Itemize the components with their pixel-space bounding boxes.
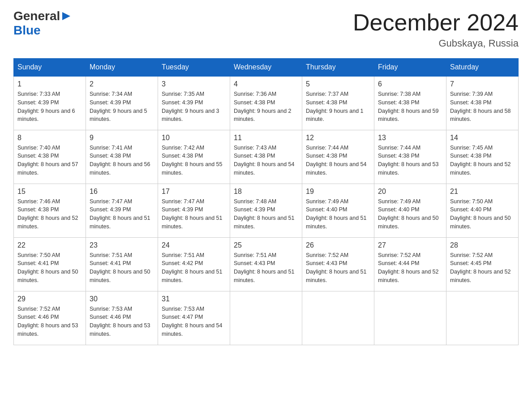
- day-number: 11: [234, 134, 298, 142]
- day-number: 10: [162, 134, 226, 142]
- day-number: 24: [162, 241, 226, 249]
- day-info: Sunrise: 7:48 AMSunset: 4:39 PMDaylight:…: [234, 197, 298, 231]
- day-info: Sunrise: 7:51 AMSunset: 4:43 PMDaylight:…: [234, 251, 298, 285]
- day-info: Sunrise: 7:37 AMSunset: 4:38 PMDaylight:…: [306, 90, 370, 124]
- day-number: 29: [17, 295, 82, 303]
- day-number: 31: [162, 295, 226, 303]
- day-info: Sunrise: 7:52 AMSunset: 4:45 PMDaylight:…: [450, 251, 515, 285]
- day-info: Sunrise: 7:36 AMSunset: 4:38 PMDaylight:…: [234, 90, 298, 124]
- calendar-cell: 30Sunrise: 7:53 AMSunset: 4:46 PMDayligh…: [86, 291, 158, 345]
- calendar-cell: 4Sunrise: 7:36 AMSunset: 4:38 PMDaylight…: [230, 76, 302, 130]
- day-number: 16: [90, 188, 154, 196]
- calendar-cell: 23Sunrise: 7:51 AMSunset: 4:41 PMDayligh…: [86, 237, 158, 291]
- calendar-cell: 22Sunrise: 7:50 AMSunset: 4:41 PMDayligh…: [14, 237, 86, 291]
- calendar-cell: [446, 291, 519, 345]
- col-header-friday: Friday: [374, 59, 446, 77]
- day-info: Sunrise: 7:35 AMSunset: 4:39 PMDaylight:…: [162, 90, 226, 124]
- page-header: General Blue December 2024 Gubskaya, Rus…: [13, 9, 519, 49]
- calendar-cell: 25Sunrise: 7:51 AMSunset: 4:43 PMDayligh…: [230, 237, 302, 291]
- col-header-saturday: Saturday: [446, 59, 519, 77]
- day-number: 15: [17, 188, 82, 196]
- calendar-header-row: SundayMondayTuesdayWednesdayThursdayFrid…: [14, 59, 519, 77]
- calendar-cell: 24Sunrise: 7:51 AMSunset: 4:42 PMDayligh…: [158, 237, 230, 291]
- calendar-week-row: 1Sunrise: 7:33 AMSunset: 4:39 PMDaylight…: [14, 76, 519, 130]
- calendar-week-row: 22Sunrise: 7:50 AMSunset: 4:41 PMDayligh…: [14, 237, 519, 291]
- day-number: 22: [17, 241, 82, 249]
- day-number: 8: [17, 134, 82, 142]
- day-number: 27: [378, 241, 442, 249]
- logo-general-text: General: [13, 9, 60, 23]
- day-info: Sunrise: 7:41 AMSunset: 4:38 PMDaylight:…: [90, 144, 154, 177]
- day-info: Sunrise: 7:52 AMSunset: 4:46 PMDaylight:…: [17, 305, 82, 338]
- day-info: Sunrise: 7:52 AMSunset: 4:43 PMDaylight:…: [306, 251, 370, 285]
- calendar-cell: 2Sunrise: 7:34 AMSunset: 4:39 PMDaylight…: [86, 76, 158, 130]
- calendar-table: SundayMondayTuesdayWednesdayThursdayFrid…: [13, 58, 519, 345]
- svg-marker-0: [62, 12, 70, 20]
- calendar-cell: 6Sunrise: 7:38 AMSunset: 4:38 PMDaylight…: [374, 76, 446, 130]
- day-number: 30: [90, 295, 154, 303]
- calendar-week-row: 29Sunrise: 7:52 AMSunset: 4:46 PMDayligh…: [14, 291, 519, 345]
- calendar-cell: 14Sunrise: 7:45 AMSunset: 4:38 PMDayligh…: [446, 130, 519, 184]
- day-number: 20: [378, 188, 442, 196]
- calendar-cell: 20Sunrise: 7:49 AMSunset: 4:40 PMDayligh…: [374, 184, 446, 237]
- calendar-cell: 21Sunrise: 7:50 AMSunset: 4:40 PMDayligh…: [446, 184, 519, 237]
- day-info: Sunrise: 7:40 AMSunset: 4:38 PMDaylight:…: [17, 144, 82, 177]
- calendar-week-row: 15Sunrise: 7:46 AMSunset: 4:38 PMDayligh…: [14, 184, 519, 237]
- col-header-sunday: Sunday: [14, 59, 86, 77]
- day-number: 7: [450, 80, 515, 88]
- day-info: Sunrise: 7:47 AMSunset: 4:39 PMDaylight:…: [90, 197, 154, 231]
- day-info: Sunrise: 7:50 AMSunset: 4:40 PMDaylight:…: [450, 197, 515, 231]
- calendar-cell: 11Sunrise: 7:43 AMSunset: 4:38 PMDayligh…: [230, 130, 302, 184]
- day-info: Sunrise: 7:46 AMSunset: 4:38 PMDaylight:…: [17, 197, 82, 231]
- logo: General Blue: [13, 9, 73, 38]
- day-info: Sunrise: 7:53 AMSunset: 4:47 PMDaylight:…: [162, 305, 226, 338]
- calendar-week-row: 8Sunrise: 7:40 AMSunset: 4:38 PMDaylight…: [14, 130, 519, 184]
- calendar-cell: 10Sunrise: 7:42 AMSunset: 4:38 PMDayligh…: [158, 130, 230, 184]
- day-info: Sunrise: 7:44 AMSunset: 4:38 PMDaylight:…: [306, 144, 370, 177]
- calendar-cell: 9Sunrise: 7:41 AMSunset: 4:38 PMDaylight…: [86, 130, 158, 184]
- day-number: 1: [17, 80, 82, 88]
- calendar-cell: 3Sunrise: 7:35 AMSunset: 4:39 PMDaylight…: [158, 76, 230, 130]
- day-number: 21: [450, 188, 515, 196]
- day-number: 2: [90, 80, 154, 88]
- day-info: Sunrise: 7:45 AMSunset: 4:38 PMDaylight:…: [450, 144, 515, 177]
- day-info: Sunrise: 7:33 AMSunset: 4:39 PMDaylight:…: [17, 90, 82, 124]
- day-number: 5: [306, 80, 370, 88]
- day-info: Sunrise: 7:39 AMSunset: 4:38 PMDaylight:…: [450, 90, 515, 124]
- day-info: Sunrise: 7:43 AMSunset: 4:38 PMDaylight:…: [234, 144, 298, 177]
- calendar-cell: 8Sunrise: 7:40 AMSunset: 4:38 PMDaylight…: [14, 130, 86, 184]
- day-number: 23: [90, 241, 154, 249]
- calendar-cell: 7Sunrise: 7:39 AMSunset: 4:38 PMDaylight…: [446, 76, 519, 130]
- day-number: 14: [450, 134, 515, 142]
- day-number: 19: [306, 188, 370, 196]
- logo-arrow-icon: [61, 11, 71, 21]
- day-number: 4: [234, 80, 298, 88]
- day-number: 26: [306, 241, 370, 249]
- calendar-cell: 28Sunrise: 7:52 AMSunset: 4:45 PMDayligh…: [446, 237, 519, 291]
- logo-blue-text: Blue: [13, 23, 41, 37]
- calendar-cell: 31Sunrise: 7:53 AMSunset: 4:47 PMDayligh…: [158, 291, 230, 345]
- calendar-cell: 1Sunrise: 7:33 AMSunset: 4:39 PMDaylight…: [14, 76, 86, 130]
- col-header-thursday: Thursday: [302, 59, 374, 77]
- col-header-tuesday: Tuesday: [158, 59, 230, 77]
- calendar-cell: 15Sunrise: 7:46 AMSunset: 4:38 PMDayligh…: [14, 184, 86, 237]
- day-number: 13: [378, 134, 442, 142]
- day-info: Sunrise: 7:50 AMSunset: 4:41 PMDaylight:…: [17, 251, 82, 285]
- day-number: 18: [234, 188, 298, 196]
- day-info: Sunrise: 7:53 AMSunset: 4:46 PMDaylight:…: [90, 305, 154, 338]
- day-number: 28: [450, 241, 515, 249]
- day-info: Sunrise: 7:34 AMSunset: 4:39 PMDaylight:…: [90, 90, 154, 124]
- day-info: Sunrise: 7:52 AMSunset: 4:44 PMDaylight:…: [378, 251, 442, 285]
- calendar-cell: 17Sunrise: 7:47 AMSunset: 4:39 PMDayligh…: [158, 184, 230, 237]
- calendar-cell: 12Sunrise: 7:44 AMSunset: 4:38 PMDayligh…: [302, 130, 374, 184]
- day-number: 25: [234, 241, 298, 249]
- calendar-cell: [230, 291, 302, 345]
- day-number: 12: [306, 134, 370, 142]
- col-header-monday: Monday: [86, 59, 158, 77]
- day-number: 6: [378, 80, 442, 88]
- day-info: Sunrise: 7:51 AMSunset: 4:42 PMDaylight:…: [162, 251, 226, 285]
- calendar-cell: 26Sunrise: 7:52 AMSunset: 4:43 PMDayligh…: [302, 237, 374, 291]
- calendar-cell: 27Sunrise: 7:52 AMSunset: 4:44 PMDayligh…: [374, 237, 446, 291]
- calendar-cell: 16Sunrise: 7:47 AMSunset: 4:39 PMDayligh…: [86, 184, 158, 237]
- day-info: Sunrise: 7:42 AMSunset: 4:38 PMDaylight:…: [162, 144, 226, 177]
